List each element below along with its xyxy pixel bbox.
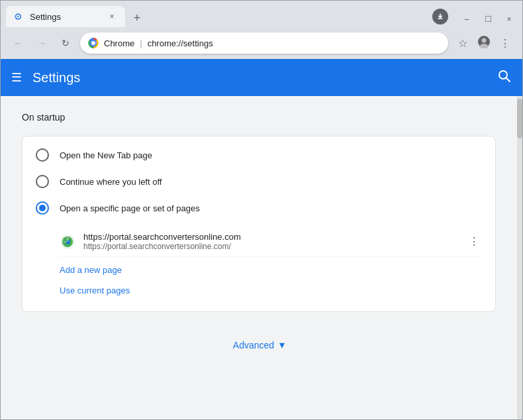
startup-card: Open the New Tab page Continue where you…	[22, 136, 496, 312]
star-icon: ☆	[458, 37, 467, 50]
page-more-button[interactable]: ⋮	[466, 234, 482, 250]
radio-circle-specific	[36, 201, 49, 215]
page-entry: https://portal.searchconvertersonline.co…	[60, 227, 482, 257]
use-current-pages-link[interactable]: Use current pages	[60, 280, 130, 301]
radio-circle-continue	[36, 175, 49, 188]
refresh-button[interactable]: ↻	[56, 34, 75, 52]
active-tab[interactable]: ⚙ Settings ×	[6, 6, 125, 27]
more-button[interactable]: ⋮	[496, 34, 514, 52]
bookmark-button[interactable]: ☆	[453, 34, 472, 52]
add-new-page-link[interactable]: Add a new page	[60, 260, 122, 280]
advanced-section: Advanced ▾	[22, 328, 496, 362]
settings-header: ☰ Settings	[1, 59, 522, 96]
svg-line-8	[506, 78, 510, 81]
scrollbar-track[interactable]	[517, 96, 522, 419]
tab-title: Settings	[30, 12, 101, 22]
settings-page-title: Settings	[32, 70, 80, 85]
back-icon: ←	[13, 38, 23, 48]
new-tab-button[interactable]: +	[128, 9, 146, 27]
omnibar-right: ☆ ⋮	[453, 34, 514, 52]
chevron-down-icon[interactable]: ▾	[279, 339, 285, 351]
forward-button[interactable]: →	[32, 34, 51, 52]
chrome-favicon-icon	[88, 38, 99, 48]
close-window-button[interactable]: ×	[504, 14, 514, 25]
omnibar: ← → ↻ Chrome | chrome://settings	[1, 27, 522, 59]
content-area: PC On startup Open the New Tab page Cont…	[1, 96, 522, 419]
refresh-icon: ↻	[62, 38, 70, 48]
address-bar[interactable]: Chrome | chrome://settings	[80, 32, 448, 54]
radio-label-new-tab: Open the New Tab page	[60, 150, 152, 160]
radio-specific[interactable]: Open a specific page or set of pages	[23, 195, 495, 221]
window-controls: – ☐ ×	[453, 14, 522, 25]
scrollbar-thumb[interactable]	[517, 99, 522, 138]
chrome-label: Chrome	[104, 38, 134, 48]
tabs-area: ⚙ Settings × +	[1, 1, 432, 27]
settings-content: PC On startup Open the New Tab page Cont…	[1, 96, 517, 419]
radio-label-continue: Continue where you left off	[60, 177, 162, 187]
settings-search-button[interactable]	[497, 69, 512, 87]
page-url-main: https://portal.searchconvertersonline.co…	[83, 232, 466, 242]
radio-new-tab[interactable]: Open the New Tab page	[23, 142, 495, 168]
page-urls: https://portal.searchconvertersonline.co…	[83, 232, 466, 251]
radio-inner-specific	[39, 205, 46, 211]
forward-icon: →	[37, 38, 46, 48]
maximize-button[interactable]: ☐	[483, 14, 493, 25]
svg-point-3	[91, 41, 95, 45]
back-button[interactable]: ←	[9, 34, 27, 52]
hamburger-button[interactable]: ☰	[11, 70, 22, 85]
profile-button[interactable]	[475, 34, 493, 52]
page-favicon-icon	[60, 234, 75, 250]
radio-continue[interactable]: Continue where you left off	[23, 168, 495, 195]
tab-close-button[interactable]: ×	[107, 11, 117, 22]
url-separator: |	[140, 38, 142, 48]
tab-favicon-icon: ⚙	[14, 11, 24, 22]
settings-header-left: ☰ Settings	[11, 70, 80, 85]
radio-label-specific: Open a specific page or set of pages	[60, 203, 200, 213]
radio-circle-new-tab	[36, 148, 49, 162]
more-icon: ⋮	[500, 37, 510, 50]
more-vertical-icon: ⋮	[469, 235, 479, 248]
specific-page-section: https://portal.searchconvertersonline.co…	[23, 221, 495, 306]
browser-window: ⚙ Settings × + – ☐ × ← →	[0, 0, 523, 420]
download-indicator[interactable]	[432, 9, 448, 25]
advanced-button[interactable]: Advanced	[233, 340, 274, 350]
url-display: chrome://settings	[148, 38, 213, 48]
profile-icon	[477, 35, 491, 51]
titlebar: ⚙ Settings × + – ☐ ×	[1, 1, 522, 27]
minimize-button[interactable]: –	[461, 14, 472, 25]
svg-point-5	[482, 38, 487, 43]
page-url-sub: https://portal.searchconvertersonline.co…	[83, 242, 466, 251]
on-startup-title: On startup	[22, 112, 496, 123]
